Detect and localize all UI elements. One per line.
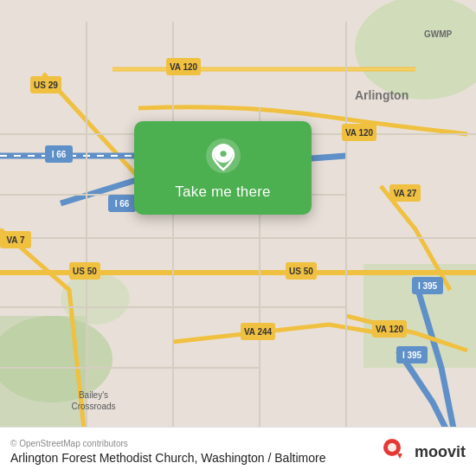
svg-text:I 395: I 395 — [418, 281, 438, 291]
svg-text:VA 120: VA 120 — [345, 128, 374, 138]
moovit-logo: moovit — [380, 436, 466, 467]
svg-text:I 395: I 395 — [402, 351, 422, 360]
svg-point-55 — [388, 443, 396, 452]
svg-text:US 50: US 50 — [289, 267, 313, 276]
action-card[interactable]: Take me there — [134, 121, 312, 215]
moovit-logo-icon — [380, 436, 411, 467]
svg-text:Arlington: Arlington — [355, 88, 408, 102]
bottom-bar: © OpenStreetMap contributors Arlington F… — [0, 427, 476, 476]
svg-text:VA 120: VA 120 — [170, 62, 198, 72]
bottom-left: © OpenStreetMap contributors Arlington F… — [10, 439, 325, 465]
location-pin-icon — [204, 137, 242, 175]
map-svg: US 29 VA 120 I 66 I 66 VA 7 US 50 US 50 … — [0, 0, 476, 476]
svg-text:VA 120: VA 120 — [376, 325, 404, 334]
svg-marker-56 — [397, 453, 402, 459]
svg-text:I 66: I 66 — [115, 199, 130, 209]
moovit-text: moovit — [415, 443, 466, 461]
svg-text:VA 244: VA 244 — [244, 327, 273, 337]
svg-text:Bailey's: Bailey's — [79, 390, 108, 400]
svg-text:I 66: I 66 — [52, 150, 67, 159]
svg-text:US 50: US 50 — [73, 267, 97, 276]
svg-text:Crossroads: Crossroads — [71, 402, 115, 411]
svg-text:US 29: US 29 — [34, 80, 58, 90]
map-container: US 29 VA 120 I 66 I 66 VA 7 US 50 US 50 … — [0, 0, 476, 476]
svg-text:VA 27: VA 27 — [394, 189, 417, 198]
action-button-label: Take me there — [175, 183, 270, 201]
svg-text:GWMP: GWMP — [424, 29, 453, 39]
attribution-text: © OpenStreetMap contributors — [10, 439, 325, 448]
svg-text:VA 7: VA 7 — [6, 235, 25, 245]
location-name: Arlington Forest Methodist Church, Washi… — [10, 451, 325, 465]
